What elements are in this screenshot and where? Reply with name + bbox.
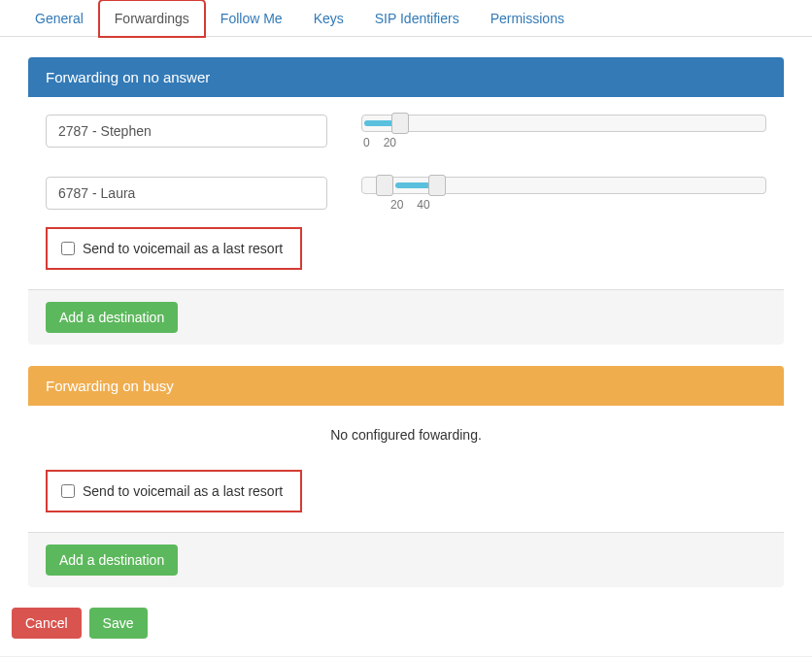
destination-row: 20 40 — [46, 177, 766, 212]
add-destination-button-no-answer[interactable]: Add a destination — [46, 302, 178, 333]
tab-general[interactable]: General — [19, 0, 99, 37]
empty-message-busy: No configured fowarding. — [46, 423, 766, 464]
tab-permissions[interactable]: Permissions — [475, 0, 580, 37]
slider-labels-2: 20 40 — [361, 198, 766, 212]
destination-input-1[interactable] — [46, 115, 327, 148]
voicemail-checkbox-row-busy: Send to voicemail as a last resort — [53, 478, 290, 505]
panel-body-no-answer: 0 20 20 40 — [28, 97, 784, 289]
panel-no-answer: Forwarding on no answer 0 20 — [27, 56, 785, 346]
panel-title-no-answer: Forwarding on no answer — [28, 57, 784, 97]
panel-busy: Forwarding on busy No configured fowardi… — [27, 365, 785, 588]
voicemail-label-no-answer: Send to voicemail as a last resort — [83, 241, 283, 256]
time-slider-2[interactable] — [361, 177, 766, 194]
save-button[interactable]: Save — [89, 608, 148, 639]
bottom-actions: Cancel Save — [0, 608, 812, 657]
add-destination-button-busy[interactable]: Add a destination — [46, 544, 178, 576]
voicemail-highlight-busy: Send to voicemail as a last resort — [46, 470, 302, 512]
panel-body-busy: No configured fowarding. Send to voicema… — [28, 406, 784, 532]
voicemail-label-busy: Send to voicemail as a last resort — [83, 483, 283, 499]
voicemail-checkbox-busy[interactable] — [61, 484, 75, 498]
voicemail-checkbox-no-answer[interactable] — [61, 242, 75, 255]
tabs: General Forwardings Follow Me Keys SIP I… — [0, 0, 812, 37]
panel-footer-no-answer: Add a destination — [28, 289, 784, 345]
slider-labels-1: 0 20 — [361, 136, 766, 149]
destination-input-2[interactable] — [46, 177, 327, 210]
tab-follow-me[interactable]: Follow Me — [205, 0, 298, 37]
tab-keys[interactable]: Keys — [298, 0, 359, 37]
voicemail-checkbox-row-no-answer: Send to voicemail as a last resort — [53, 235, 290, 262]
panel-title-busy: Forwarding on busy — [28, 366, 784, 406]
panel-footer-busy: Add a destination — [28, 532, 784, 587]
time-slider-1[interactable] — [361, 115, 766, 132]
voicemail-highlight: Send to voicemail as a last resort — [46, 227, 302, 270]
destination-row: 0 20 — [46, 115, 766, 149]
tab-forwardings[interactable]: Forwardings — [99, 0, 205, 37]
cancel-button[interactable]: Cancel — [12, 608, 82, 639]
tab-sip-identifiers[interactable]: SIP Identifiers — [359, 0, 475, 37]
